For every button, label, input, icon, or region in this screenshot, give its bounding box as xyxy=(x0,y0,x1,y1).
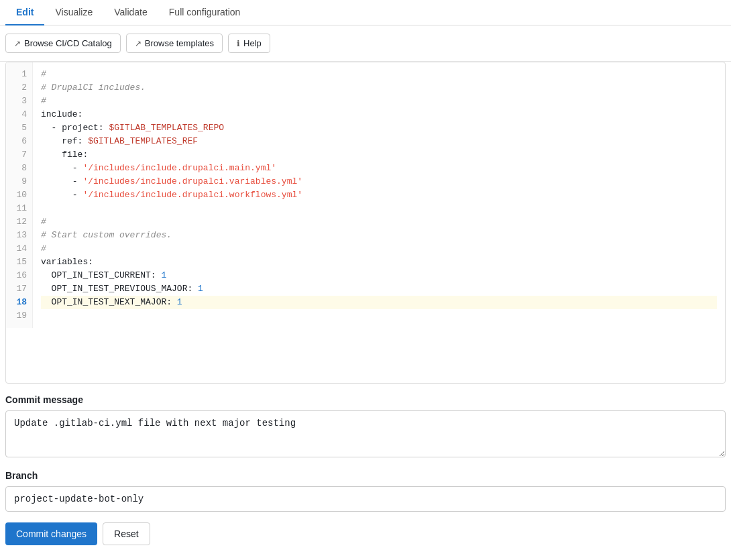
reset-button[interactable]: Reset xyxy=(103,522,150,545)
code-line-11 xyxy=(41,202,717,215)
help-label: Help xyxy=(243,38,262,48)
external-link-icon-2: ↗ xyxy=(135,39,142,48)
line-number-5: 5 xyxy=(11,121,27,135)
info-icon: ℹ xyxy=(237,39,240,48)
bottom-form: Commit message Branch Commit changes Res… xyxy=(0,384,731,556)
code-line-15: variables: xyxy=(41,256,717,269)
browse-templates-button[interactable]: ↗ Browse templates xyxy=(126,34,223,53)
line-number-17: 17 xyxy=(11,282,27,296)
line-number-10: 10 xyxy=(11,188,27,202)
tab-validate[interactable]: Validate xyxy=(103,0,158,25)
line-number-14: 14 xyxy=(11,242,27,256)
browse-ci-cd-button[interactable]: ↗ Browse CI/CD Catalog xyxy=(5,34,121,53)
code-line-12: # xyxy=(41,215,717,229)
code-line-10: - '/includes/include.drupalci.workflows.… xyxy=(41,188,717,202)
line-number-13: 13 xyxy=(11,229,27,242)
tab-visualize[interactable]: Visualize xyxy=(44,0,103,25)
browse-templates-label: Browse templates xyxy=(145,38,214,48)
nav-tabs: Edit Visualize Validate Full configurati… xyxy=(0,0,731,25)
commit-message-group: Commit message xyxy=(5,394,726,459)
toolbar: ↗ Browse CI/CD Catalog ↗ Browse template… xyxy=(0,25,731,62)
commit-changes-button[interactable]: Commit changes xyxy=(5,522,97,545)
code-line-19 xyxy=(41,309,717,323)
branch-label: Branch xyxy=(5,470,726,481)
code-line-17: OPT_IN_TEST_PREVIOUS_MAJOR: 1 xyxy=(41,282,717,296)
code-line-14: # xyxy=(41,242,717,256)
line-number-15: 15 xyxy=(11,256,27,269)
branch-input[interactable] xyxy=(5,486,726,512)
line-number-3: 3 xyxy=(11,95,27,108)
line-number-12: 12 xyxy=(11,215,27,229)
code-line-2: # DrupalCI includes. xyxy=(41,81,717,95)
line-number-9: 9 xyxy=(11,175,27,188)
line-number-2: 2 xyxy=(11,81,27,95)
line-number-4: 4 xyxy=(11,108,27,121)
external-link-icon: ↗ xyxy=(14,39,21,48)
code-line-13: # Start custom overrides. xyxy=(41,229,717,242)
commit-message-input[interactable] xyxy=(5,410,726,457)
code-line-7: file: xyxy=(41,148,717,162)
line-number-16: 16 xyxy=(11,269,27,282)
line-number-18: 18 xyxy=(11,296,27,309)
tab-full-configuration[interactable]: Full configuration xyxy=(158,0,251,25)
code-line-6: ref: $GITLAB_TEMPLATES_REF xyxy=(41,135,717,148)
help-button[interactable]: ℹ Help xyxy=(228,34,270,53)
line-number-11: 11 xyxy=(11,202,27,215)
line-number-6: 6 xyxy=(11,135,27,148)
code-line-1: # xyxy=(41,68,717,81)
line-number-8: 8 xyxy=(11,162,27,175)
line-number-19: 19 xyxy=(11,309,27,323)
tab-edit[interactable]: Edit xyxy=(5,0,44,25)
code-line-8: - '/includes/include.drupalci.main.yml' xyxy=(41,162,717,175)
branch-group: Branch xyxy=(5,470,726,512)
line-numbers: 12345678910111213141516171819 xyxy=(6,62,33,328)
browse-ci-cd-label: Browse CI/CD Catalog xyxy=(24,38,112,48)
code-editor-container[interactable]: 12345678910111213141516171819 ## DrupalC… xyxy=(5,62,726,384)
action-buttons: Commit changes Reset xyxy=(5,522,726,545)
line-number-1: 1 xyxy=(11,68,27,81)
code-line-4: include: xyxy=(41,108,717,121)
commit-message-label: Commit message xyxy=(5,394,726,405)
code-line-18: OPT_IN_TEST_NEXT_MAJOR: 1 xyxy=(41,296,717,309)
code-line-16: OPT_IN_TEST_CURRENT: 1 xyxy=(41,269,717,282)
code-content[interactable]: ## DrupalCI includes.#include: - project… xyxy=(33,62,725,328)
code-line-5: - project: $GITLAB_TEMPLATES_REPO xyxy=(41,121,717,135)
line-number-7: 7 xyxy=(11,148,27,162)
code-editor: 12345678910111213141516171819 ## DrupalC… xyxy=(6,62,725,328)
code-line-9: - '/includes/include.drupalci.variables.… xyxy=(41,175,717,188)
code-line-3: # xyxy=(41,95,717,108)
